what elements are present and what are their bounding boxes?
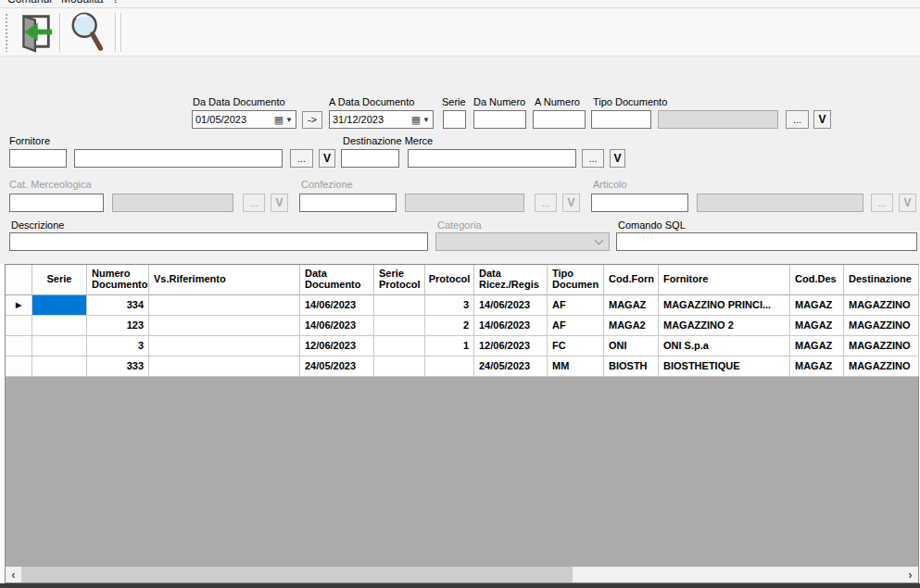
grid-cell[interactable]: 12/06/2023 [474, 336, 548, 357]
grid-cell[interactable]: 14/06/2023 [300, 316, 374, 336]
grid-cell[interactable]: 333 [87, 357, 149, 377]
grid-cell[interactable] [374, 336, 425, 357]
row-selector[interactable]: ▶ [6, 295, 32, 316]
tipo-documento-validate-button[interactable]: V [813, 110, 831, 129]
grid-header-tipo_documento[interactable]: Tipo Documen [548, 265, 604, 295]
a-numero-input[interactable] [533, 110, 586, 129]
grid-header-destinazione[interactable]: Destinazione [844, 265, 919, 295]
grid-cell[interactable]: 3 [425, 295, 474, 316]
grid-header-numero_documento[interactable]: Numero Documento [87, 265, 149, 295]
grid-cell[interactable]: MAGAZ [790, 316, 844, 336]
grid-header-fornitore[interactable]: Fornitore [659, 265, 790, 295]
tipo-documento-browse-button[interactable]: ... [786, 110, 809, 129]
h-scrollbar[interactable]: ‹ › [6, 567, 918, 582]
da-data-documento-field[interactable]: 01/05/2023 ▦ ▼ [192, 110, 296, 129]
grid-cell[interactable]: BIOSTH [604, 357, 659, 377]
grid-cell[interactable]: 24/05/2023 [300, 357, 374, 377]
scroll-left-arrow-icon[interactable]: ‹ [6, 567, 21, 582]
date-range-button[interactable]: -> [302, 111, 322, 129]
table-row[interactable]: ▶33414/06/2023314/06/2023AFMAGAZMAGAZZIN… [6, 295, 918, 316]
a-data-documento-field[interactable]: 31/12/2023 ▦ ▼ [329, 110, 434, 129]
grid-header-cod_forn[interactable]: Cod.Forn [604, 265, 659, 295]
grid-cell[interactable]: MAGAZZINO [844, 295, 919, 316]
articolo-code-input[interactable] [591, 194, 688, 212]
grid-cell[interactable]: MAGAZZINO [844, 316, 919, 336]
grid-header-serie_protocol[interactable]: Serie Protocol [374, 265, 425, 295]
fornitore-validate-button[interactable]: V [319, 149, 335, 168]
grid-cell[interactable]: 14/06/2023 [474, 316, 548, 336]
grid-header-data_documento[interactable]: Data Documento [300, 265, 374, 295]
exit-button[interactable] [9, 10, 56, 54]
search-button[interactable] [65, 10, 111, 54]
fornitore-code-input[interactable] [9, 149, 67, 168]
grid-header-protocol[interactable]: Protocol [425, 265, 474, 295]
comando-sql-input[interactable] [616, 232, 917, 251]
menu-item-help[interactable]: ? [112, 0, 128, 7]
grid-cell[interactable]: FC [548, 336, 604, 357]
tipo-documento-code-input[interactable] [591, 110, 651, 129]
grid-cell[interactable] [32, 357, 87, 377]
grid-cell[interactable]: 334 [87, 295, 149, 316]
cat-merceologica-code-input[interactable] [9, 194, 104, 212]
grid-cell[interactable]: MAGAZ [604, 295, 659, 316]
grid-cell[interactable]: MAGAZ [790, 295, 844, 316]
grid-corner-cell[interactable] [6, 265, 32, 295]
menu-item-comandi[interactable]: Comandi [7, 0, 61, 7]
scroll-right-arrow-icon[interactable]: › [902, 567, 918, 582]
row-selector[interactable] [6, 357, 32, 377]
dropdown-arrow-icon[interactable]: ▼ [285, 116, 293, 124]
grid-cell[interactable]: 1 [425, 336, 474, 357]
confezione-code-input[interactable] [299, 194, 397, 212]
grid-cell[interactable]: MM [548, 357, 604, 377]
table-row[interactable]: 33324/05/202324/05/2023MMBIOSTHBIOSTHETI… [6, 357, 918, 377]
grid-cell[interactable] [374, 295, 425, 316]
table-row[interactable]: 312/06/2023112/06/2023FCONIONI S.p.aMAGA… [6, 336, 918, 357]
grid-cell[interactable] [32, 316, 87, 336]
grid-cell[interactable] [374, 316, 425, 336]
destinazione-merce-desc-input[interactable] [408, 149, 576, 168]
grid-cell[interactable]: MAGAZZINO 2 [659, 316, 790, 336]
grid-cell[interactable] [32, 295, 87, 316]
row-selector[interactable] [6, 336, 32, 357]
grid-cell[interactable]: BIOSTHETIQUE [659, 357, 790, 377]
toolbar-grip[interactable] [5, 13, 8, 52]
grid-cell[interactable]: 12/06/2023 [300, 336, 374, 357]
grid-cell[interactable]: 14/06/2023 [474, 295, 548, 316]
destinazione-merce-code-input[interactable] [341, 149, 399, 168]
grid-cell[interactable] [149, 336, 300, 357]
grid-cell[interactable] [32, 336, 87, 357]
serie-input[interactable] [443, 110, 466, 129]
destinazione-merce-validate-button[interactable]: V [610, 149, 625, 168]
grid-cell[interactable] [149, 295, 300, 316]
row-selector[interactable] [6, 316, 32, 336]
fornitore-browse-button[interactable]: ... [290, 149, 313, 168]
grid-cell[interactable]: ONI S.p.a [659, 336, 790, 357]
table-row[interactable]: 12314/06/2023214/06/2023AFMAGA2MAGAZZINO… [6, 316, 918, 336]
grid-cell[interactable]: MAGAZ [790, 336, 844, 357]
grid-cell[interactable] [149, 316, 300, 336]
destinazione-merce-browse-button[interactable]: ... [582, 149, 604, 168]
grid-cell[interactable]: MAGAZZINO [844, 336, 919, 357]
grid-cell[interactable]: MAGAZZINO [844, 357, 919, 377]
grid-cell[interactable] [149, 357, 300, 377]
dropdown-arrow-icon[interactable]: ▼ [422, 116, 430, 124]
grid-cell[interactable]: MAGAZZINO PRINCI... [659, 295, 790, 316]
grid-cell[interactable] [374, 357, 425, 377]
grid-cell[interactable] [425, 357, 474, 377]
grid-cell[interactable]: 3 [87, 336, 149, 357]
grid-cell[interactable]: 2 [425, 316, 474, 336]
grid-cell[interactable]: AF [548, 316, 604, 336]
fornitore-desc-input[interactable] [74, 149, 283, 168]
grid-header-vs_riferimento[interactable]: Vs.Riferimento [149, 265, 300, 295]
grid-header-cod_des[interactable]: Cod.Des [790, 265, 844, 295]
grid-cell[interactable]: MAGAZ [790, 357, 844, 377]
scrollbar-thumb[interactable] [21, 567, 573, 582]
menu-item-modalita[interactable]: Modalità [61, 0, 112, 7]
grid-cell[interactable]: ONI [604, 336, 659, 357]
descrizione-input[interactable] [9, 232, 428, 251]
grid-cell[interactable]: AF [548, 295, 604, 316]
grid-cell[interactable]: 14/06/2023 [300, 295, 374, 316]
grid-cell[interactable]: MAGA2 [604, 316, 659, 336]
grid-header-data_ricez_regis[interactable]: Data Ricez./Regis [474, 265, 548, 295]
da-numero-input[interactable] [473, 110, 526, 129]
